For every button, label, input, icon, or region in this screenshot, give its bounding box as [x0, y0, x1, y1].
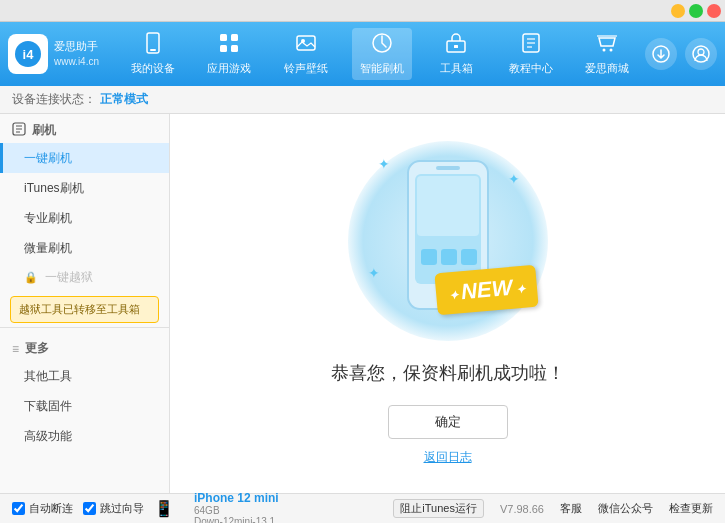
title-bar: [0, 0, 725, 22]
nav-label-wallpaper: 铃声壁纸: [284, 61, 328, 76]
svg-rect-4: [220, 34, 227, 41]
top-navigation: i4 爱思助手 www.i4.cn 我的设备: [0, 22, 725, 86]
user-button[interactable]: [685, 38, 717, 70]
skip-guide-label: 跳过向导: [100, 501, 144, 516]
wallpaper-icon: [295, 32, 317, 59]
nav-label-tutorials: 教程中心: [509, 61, 553, 76]
nav-label-apps: 应用游戏: [207, 61, 251, 76]
nav-item-smartflash[interactable]: 智能刷机: [352, 28, 412, 80]
lock-icon: 🔒: [24, 271, 38, 283]
toolbox-icon: [445, 32, 467, 59]
sidebar-item-onekey[interactable]: 一键刷机: [0, 143, 169, 173]
skip-guide-checkbox[interactable]: 跳过向导: [83, 501, 144, 516]
sparkle-bottom-left: ✦: [368, 265, 380, 281]
sparkle-top-right: ✦: [508, 171, 520, 187]
device-version: Down-12mini-13,1: [194, 516, 279, 524]
mydevice-icon: [142, 32, 164, 59]
wechat-link[interactable]: 微信公众号: [598, 501, 653, 516]
svg-rect-5: [231, 34, 238, 41]
sidebar: 刷机 一键刷机 iTunes刷机 专业刷机 微量刷机 🔒 一键越狱 越狱工具已转…: [0, 114, 170, 493]
bottom-left: 自动断连 跳过向导 📱 iPhone 12 mini 64GB Down-12m…: [12, 491, 377, 524]
status-value: 正常模式: [100, 91, 148, 108]
auto-disconnect-input[interactable]: [12, 502, 25, 515]
nav-label-mydevice: 我的设备: [131, 61, 175, 76]
skip-guide-input[interactable]: [83, 502, 96, 515]
stop-itunes-button[interactable]: 阻止iTunes运行: [393, 499, 484, 518]
nav-item-wallpaper[interactable]: 铃声壁纸: [276, 28, 336, 80]
nav-items: 我的设备 应用游戏 铃声壁纸: [115, 28, 645, 80]
sidebar-item-advanced[interactable]: 高级功能: [0, 421, 169, 451]
sidebar-notice: 越狱工具已转移至工具箱: [10, 296, 159, 323]
logo-text: 爱思助手 www.i4.cn: [54, 39, 99, 68]
nav-item-tutorials[interactable]: 教程中心: [501, 28, 561, 80]
svg-rect-28: [417, 176, 479, 236]
new-badge: NEW: [435, 265, 540, 316]
svg-rect-30: [441, 249, 457, 265]
svg-rect-6: [220, 45, 227, 52]
nav-label-mall: 爱思商城: [585, 61, 629, 76]
sidebar-item-itunes[interactable]: iTunes刷机: [0, 173, 169, 203]
svg-rect-31: [461, 249, 477, 265]
status-label: 设备连接状态：: [12, 91, 96, 108]
sidebar-divider: [0, 327, 169, 328]
device-phone-icon: 📱: [154, 499, 174, 518]
back-to-log-link[interactable]: 返回日志: [424, 449, 472, 466]
svg-rect-29: [421, 249, 437, 265]
sidebar-section-more: ≡ 更多: [0, 332, 169, 361]
more-section-icon: ≡: [12, 342, 19, 356]
customer-service-link[interactable]: 客服: [560, 501, 582, 516]
nav-item-mall[interactable]: 爱思商城: [577, 28, 637, 80]
nav-item-mydevice[interactable]: 我的设备: [123, 28, 183, 80]
sidebar-section-flash: 刷机: [0, 114, 169, 143]
version-text: V7.98.66: [500, 503, 544, 515]
bottom-right: V7.98.66 客服 微信公众号 检查更新: [500, 501, 713, 516]
device-name: iPhone 12 mini: [194, 491, 279, 505]
minimize-button[interactable]: [671, 4, 685, 18]
apps-icon: [218, 32, 240, 59]
sidebar-item-othertools[interactable]: 其他工具: [0, 361, 169, 391]
bottom-bar: 自动断连 跳过向导 📱 iPhone 12 mini 64GB Down-12m…: [0, 493, 725, 523]
itunes-status: 阻止iTunes运行: [393, 499, 484, 518]
notice-text: 越狱工具已转移至工具箱: [19, 302, 150, 317]
auto-disconnect-checkbox[interactable]: 自动断连: [12, 501, 73, 516]
sidebar-item-micro[interactable]: 微量刷机: [0, 233, 169, 263]
svg-point-21: [698, 49, 704, 55]
device-info: iPhone 12 mini 64GB Down-12mini-13,1: [194, 491, 279, 524]
confirm-button[interactable]: 确定: [388, 405, 508, 439]
svg-rect-8: [297, 36, 315, 50]
success-illustration: ✦ ✦ ✦ NEW: [348, 141, 548, 341]
flash-section-icon: [12, 122, 26, 139]
flash-section-label: 刷机: [32, 122, 56, 139]
smartflash-icon: [371, 32, 393, 59]
maximize-button[interactable]: [689, 4, 703, 18]
main-layout: 刷机 一键刷机 iTunes刷机 专业刷机 微量刷机 🔒 一键越狱 越狱工具已转…: [0, 114, 725, 493]
svg-point-18: [609, 49, 612, 52]
close-button[interactable]: [707, 4, 721, 18]
logo-area: i4 爱思助手 www.i4.cn: [8, 34, 99, 74]
sidebar-item-pro[interactable]: 专业刷机: [0, 203, 169, 233]
check-update-link[interactable]: 检查更新: [669, 501, 713, 516]
nav-item-apps[interactable]: 应用游戏: [199, 28, 259, 80]
download-button[interactable]: [645, 38, 677, 70]
nav-label-toolbox: 工具箱: [440, 61, 473, 76]
device-storage: 64GB: [194, 505, 279, 516]
svg-point-17: [602, 49, 605, 52]
svg-text:i4: i4: [23, 47, 35, 62]
svg-rect-12: [454, 45, 458, 48]
sparkle-top-left: ✦: [378, 156, 390, 172]
success-text: 恭喜您，保资料刷机成功啦！: [331, 361, 565, 385]
svg-rect-3: [150, 49, 156, 51]
logo-icon: i4: [8, 34, 48, 74]
nav-item-toolbox[interactable]: 工具箱: [428, 28, 484, 80]
sidebar-item-download[interactable]: 下载固件: [0, 391, 169, 421]
sidebar-item-jailbreak-disabled: 🔒 一键越狱: [0, 263, 169, 292]
status-bar: 设备连接状态： 正常模式: [0, 86, 725, 114]
nav-right: [645, 38, 717, 70]
tutorials-icon: [520, 32, 542, 59]
more-section-label: 更多: [25, 340, 49, 357]
mall-icon: [596, 32, 618, 59]
content-area: ✦ ✦ ✦ NEW 恭喜您，保资料刷机成功啦！ 确定 返回日志: [170, 114, 725, 493]
nav-label-smartflash: 智能刷机: [360, 61, 404, 76]
svg-rect-7: [231, 45, 238, 52]
auto-disconnect-label: 自动断连: [29, 501, 73, 516]
